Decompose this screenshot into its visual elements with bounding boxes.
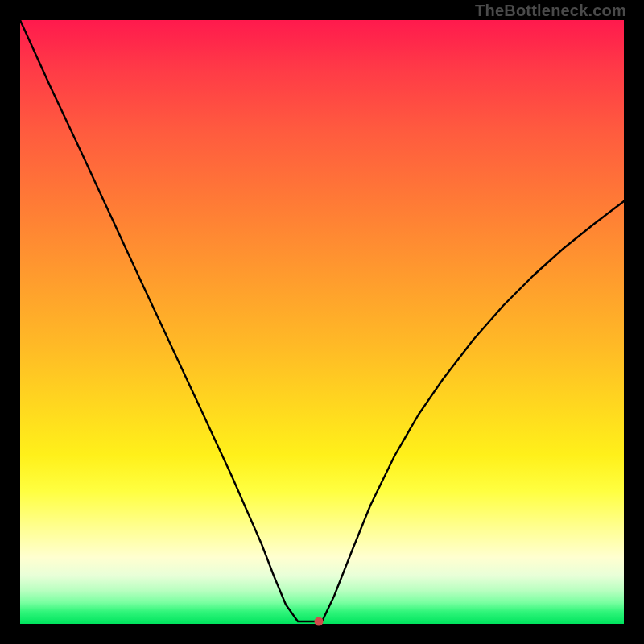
watermark-text: TheBottleneck.com [475, 2, 626, 20]
chart-frame: TheBottleneck.com [0, 0, 644, 644]
optimum-marker [315, 617, 324, 626]
bottleneck-curve [20, 20, 624, 621]
curve-svg [20, 20, 624, 624]
plot-area [20, 20, 624, 624]
